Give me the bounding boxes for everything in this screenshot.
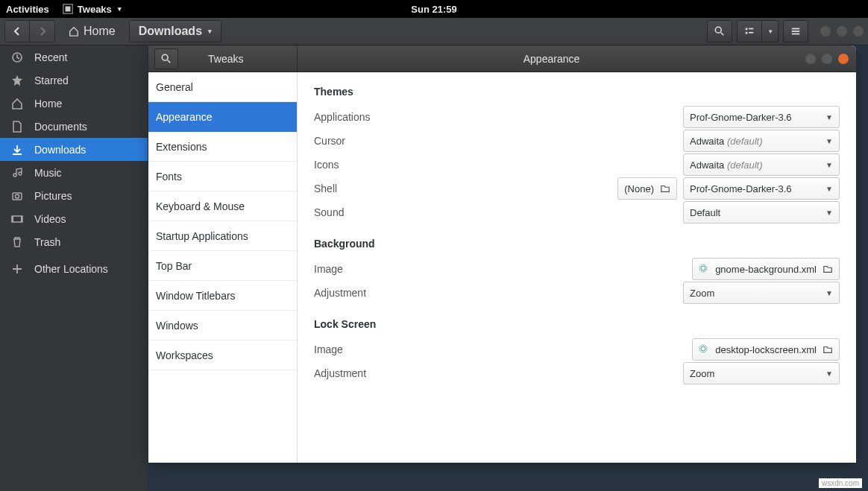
chevron-down-icon: ▾ bbox=[118, 5, 122, 13]
tweaks-content: Themes Applications Prof-Gnome-Darker-3.… bbox=[298, 72, 856, 463]
category-keyboard-mouse[interactable]: Keyboard & Mouse bbox=[148, 191, 297, 221]
category-extensions[interactable]: Extensions bbox=[148, 132, 297, 162]
file-icon bbox=[699, 344, 709, 355]
category-windows[interactable]: Windows bbox=[148, 311, 297, 340]
path-current[interactable]: Downloads ▾ bbox=[129, 20, 221, 42]
sidebar-item-pictures[interactable]: Pictures bbox=[0, 184, 148, 207]
label-applications: Applications bbox=[314, 111, 683, 123]
activities-button[interactable]: Activities bbox=[6, 4, 49, 15]
section-background: Background bbox=[314, 238, 840, 250]
watermark: wsxdn.com bbox=[819, 478, 862, 488]
hamburger-button[interactable] bbox=[783, 20, 808, 42]
search-button[interactable] bbox=[707, 20, 732, 42]
close-button[interactable] bbox=[838, 54, 849, 64]
section-themes: Themes bbox=[314, 86, 840, 98]
svg-rect-8 bbox=[792, 28, 800, 30]
chevron-down-icon: ▼ bbox=[825, 185, 833, 193]
clock[interactable]: Sun 21:59 bbox=[411, 4, 456, 15]
back-button[interactable] bbox=[4, 20, 30, 42]
svg-point-21 bbox=[701, 346, 705, 351]
maximize-button[interactable] bbox=[822, 54, 832, 64]
section-lockscreen: Lock Screen bbox=[314, 318, 840, 330]
file-icon bbox=[699, 264, 709, 274]
label-cursor: Cursor bbox=[314, 135, 683, 147]
camera-icon bbox=[10, 190, 24, 202]
svg-rect-4 bbox=[746, 28, 748, 31]
svg-point-13 bbox=[16, 194, 19, 198]
chevron-down-icon: ▼ bbox=[825, 113, 833, 121]
label-sound: Sound bbox=[314, 206, 683, 218]
applications-theme-combo[interactable]: Prof-Gnome-Darker-3.6 ▼ bbox=[683, 106, 840, 128]
forward-button[interactable] bbox=[30, 20, 55, 42]
sidebar-item-documents[interactable]: Documents bbox=[0, 115, 148, 138]
shell-theme-file-button[interactable]: (None) bbox=[617, 177, 677, 200]
chevron-down-icon: ▼ bbox=[825, 137, 833, 145]
sidebar-item-home[interactable]: Home bbox=[0, 92, 148, 115]
tweaks-headerbar: Tweaks Appearance bbox=[148, 45, 856, 72]
tweaks-sidebar-title: Tweaks bbox=[208, 53, 243, 65]
sidebar-item-recent[interactable]: Recent bbox=[0, 45, 148, 69]
folder-open-icon bbox=[823, 264, 833, 274]
sidebar-item-videos[interactable]: Videos bbox=[0, 207, 148, 230]
category-top-bar[interactable]: Top Bar bbox=[148, 251, 297, 281]
sound-theme-combo[interactable]: Default ▼ bbox=[683, 201, 840, 224]
tweaks-window: Tweaks Appearance General Appearance Ext… bbox=[148, 45, 856, 463]
background-image-file-button[interactable]: gnome-background.xml bbox=[692, 258, 840, 280]
star-icon bbox=[10, 75, 24, 86]
sidebar-item-starred[interactable]: Starred bbox=[0, 69, 148, 92]
lockscreen-adjustment-combo[interactable]: Zoom ▼ bbox=[683, 362, 840, 384]
svg-line-3 bbox=[721, 33, 724, 36]
tweaks-icon bbox=[63, 4, 73, 14]
view-list-button[interactable] bbox=[737, 20, 762, 42]
label-lock-image: Image bbox=[314, 343, 692, 355]
view-dropdown-button[interactable]: ▾ bbox=[762, 20, 779, 42]
svg-rect-16 bbox=[21, 216, 22, 222]
category-fonts[interactable]: Fonts bbox=[148, 162, 297, 191]
icons-theme-combo[interactable]: Adwaita (default) ▼ bbox=[683, 153, 840, 176]
category-general[interactable]: General bbox=[148, 72, 297, 102]
path-home[interactable]: Home bbox=[60, 20, 125, 42]
svg-line-18 bbox=[168, 60, 171, 63]
search-icon bbox=[161, 54, 172, 64]
chevron-down-icon: ▼ bbox=[825, 370, 833, 378]
background-adjustment-combo[interactable]: Zoom ▼ bbox=[683, 282, 840, 304]
tweaks-search-button[interactable] bbox=[154, 48, 178, 69]
label-bg-image: Image bbox=[314, 263, 692, 275]
folder-open-icon bbox=[660, 183, 670, 194]
category-appearance[interactable]: Appearance bbox=[148, 102, 297, 132]
lockscreen-image-file-button[interactable]: desktop-lockscreen.xml bbox=[692, 338, 840, 361]
sidebar-item-music[interactable]: Music bbox=[0, 161, 148, 184]
category-startup-applications[interactable]: Startup Applications bbox=[148, 221, 297, 251]
home-icon bbox=[10, 98, 24, 110]
sidebar-item-trash[interactable]: Trash bbox=[0, 230, 148, 253]
svg-rect-14 bbox=[12, 216, 22, 222]
top-panel: Activities Tweaks ▾ Sun 21:59 bbox=[0, 0, 868, 18]
category-window-titlebars[interactable]: Window Titlebars bbox=[148, 281, 297, 311]
video-icon bbox=[10, 213, 24, 225]
maximize-button[interactable] bbox=[837, 26, 847, 37]
home-icon bbox=[69, 26, 79, 37]
label-lock-adjustment: Adjustment bbox=[314, 367, 683, 379]
category-workspaces[interactable]: Workspaces bbox=[148, 340, 297, 370]
svg-rect-15 bbox=[12, 216, 13, 222]
svg-point-17 bbox=[162, 54, 168, 60]
label-bg-adjustment: Adjustment bbox=[314, 287, 683, 299]
close-button[interactable] bbox=[853, 26, 864, 37]
sidebar-item-other-locations[interactable]: Other Locations bbox=[0, 253, 148, 285]
svg-point-2 bbox=[715, 27, 721, 33]
cursor-theme-combo[interactable]: Adwaita (default) ▼ bbox=[683, 130, 840, 152]
minimize-button[interactable] bbox=[805, 54, 816, 64]
app-menu[interactable]: Tweaks ▾ bbox=[63, 4, 122, 15]
tweaks-window-controls bbox=[805, 54, 856, 64]
sidebar-item-downloads[interactable]: Downloads bbox=[0, 138, 148, 161]
svg-rect-5 bbox=[749, 28, 753, 30]
files-window-controls bbox=[820, 26, 864, 37]
trash-icon bbox=[10, 236, 24, 248]
clock-icon bbox=[10, 51, 24, 63]
svg-rect-6 bbox=[746, 32, 748, 34]
shell-theme-combo[interactable]: Prof-Gnome-Darker-3.6 ▼ bbox=[683, 177, 840, 200]
chevron-down-icon: ▼ bbox=[825, 289, 833, 297]
minimize-button[interactable] bbox=[820, 26, 831, 37]
document-icon bbox=[10, 121, 24, 133]
download-icon bbox=[10, 144, 24, 156]
